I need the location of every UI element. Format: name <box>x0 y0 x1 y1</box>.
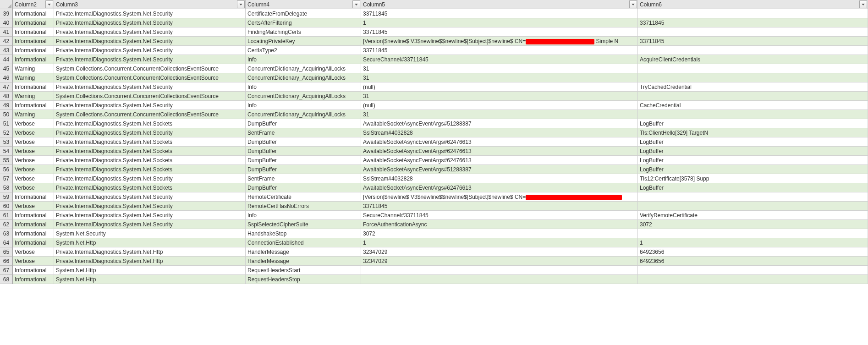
row-header[interactable]: 57 <box>0 174 13 183</box>
row-header[interactable]: 39 <box>0 9 13 18</box>
cell-c2[interactable]: Verbose <box>13 137 54 147</box>
cell-c6[interactable] <box>638 46 868 55</box>
cell-c3[interactable]: Private.InternalDiagnostics.System.Net.H… <box>54 257 246 266</box>
cell-c5[interactable]: SslStream#4032828 <box>361 128 638 137</box>
cell-c2[interactable]: Verbose <box>13 247 54 257</box>
cell-c5[interactable]: [Version]$newline$ V3$newline$$newline$[… <box>361 192 638 202</box>
cell-c2[interactable]: Warning <box>13 73 54 82</box>
cell-c6[interactable] <box>638 64 868 73</box>
cell-c6[interactable] <box>638 92 868 101</box>
column-header-c6[interactable]: Column6 <box>638 0 868 9</box>
cell-c2[interactable]: Verbose <box>13 156 54 165</box>
cell-c5[interactable]: 32347029 <box>361 247 638 257</box>
cell-c3[interactable]: Private.InternalDiagnostics.System.Net.S… <box>54 82 246 92</box>
cell-c2[interactable]: Verbose <box>13 165 54 174</box>
cell-c4[interactable]: LocatingPrivateKey <box>246 37 361 46</box>
row-header[interactable]: 65 <box>0 247 13 257</box>
cell-c6[interactable] <box>638 202 868 211</box>
cell-c5[interactable]: 3072 <box>361 229 638 238</box>
cell-c3[interactable]: System.Collections.Concurrent.Concurrent… <box>54 73 246 82</box>
cell-c4[interactable]: RequestHeadersStart <box>246 266 361 275</box>
cell-c5[interactable]: 33711845 <box>361 9 638 18</box>
row-header[interactable]: 51 <box>0 119 13 128</box>
cell-c3[interactable]: System.Net.Http <box>54 275 246 284</box>
cell-c6[interactable]: 33711845 <box>638 18 868 27</box>
cell-c2[interactable]: Informational <box>13 18 54 27</box>
cell-c6[interactable]: 64923656 <box>638 247 868 257</box>
cell-c3[interactable]: Private.InternalDiagnostics.System.Net.S… <box>54 37 246 46</box>
cell-c2[interactable]: Informational <box>13 55 54 64</box>
cell-c2[interactable]: Verbose <box>13 174 54 183</box>
row-header[interactable]: 64 <box>0 238 13 247</box>
cell-c3[interactable]: Private.InternalDiagnostics.System.Net.S… <box>54 220 246 229</box>
cell-c3[interactable]: System.Collections.Concurrent.Concurrent… <box>54 64 246 73</box>
cell-c6[interactable]: LogBuffer <box>638 156 868 165</box>
cell-c6[interactable]: 1 <box>638 238 868 247</box>
row-header[interactable]: 63 <box>0 229 13 238</box>
cell-c4[interactable]: FindingMatchingCerts <box>246 27 361 37</box>
row-header[interactable]: 60 <box>0 202 13 211</box>
cell-c6[interactable] <box>638 27 868 37</box>
cell-c3[interactable]: Private.InternalDiagnostics.System.Net.S… <box>54 183 246 192</box>
row-header[interactable]: 49 <box>0 101 13 110</box>
cell-c2[interactable]: Warning <box>13 64 54 73</box>
cell-c5[interactable]: 31 <box>361 64 638 73</box>
cell-c5[interactable]: SecureChannel#33711845 <box>361 211 638 220</box>
filter-dropdown-icon[interactable] <box>629 0 637 8</box>
cell-c3[interactable]: Private.InternalDiagnostics.System.Net.S… <box>54 137 246 147</box>
cell-c4[interactable]: HandlerMessage <box>246 257 361 266</box>
row-header[interactable]: 58 <box>0 183 13 192</box>
cell-c3[interactable]: System.Net.Http <box>54 266 246 275</box>
cell-c2[interactable]: Warning <box>13 110 54 119</box>
cell-c3[interactable]: Private.InternalDiagnostics.System.Net.S… <box>54 147 246 156</box>
cell-c2[interactable]: Verbose <box>13 119 54 128</box>
cell-c5[interactable]: AwaitableSocketAsyncEventArgs#51288387 <box>361 165 638 174</box>
cell-c5[interactable]: 1 <box>361 18 638 27</box>
cell-c6[interactable]: LogBuffer <box>638 147 868 156</box>
cell-c6[interactable]: 33711845 <box>638 37 868 46</box>
cell-c5[interactable]: ForceAuthenticationAsync <box>361 220 638 229</box>
cell-c3[interactable]: Private.InternalDiagnostics.System.Net.S… <box>54 165 246 174</box>
row-header[interactable]: 61 <box>0 211 13 220</box>
cell-c6[interactable]: LogBuffer <box>638 119 868 128</box>
cell-c3[interactable]: Private.InternalDiagnostics.System.Net.S… <box>54 211 246 220</box>
cell-c4[interactable]: SentFrame <box>246 174 361 183</box>
cell-c4[interactable]: ConcurrentDictionary_AcquiringAllLocks <box>246 73 361 82</box>
cell-c5[interactable] <box>361 275 638 284</box>
cell-c5[interactable]: [Version]$newline$ V3$newline$$newline$[… <box>361 37 638 46</box>
cell-c3[interactable]: Private.InternalDiagnostics.System.Net.S… <box>54 46 246 55</box>
filter-dropdown-icon[interactable] <box>237 0 245 8</box>
cell-c4[interactable]: DumpBuffer <box>246 147 361 156</box>
row-header[interactable]: 52 <box>0 128 13 137</box>
cell-c6[interactable]: Tls12:Certificate[3578] Supp <box>638 174 868 183</box>
cell-c6[interactable]: TryCachedCredential <box>638 82 868 92</box>
row-header[interactable]: 40 <box>0 18 13 27</box>
row-header[interactable]: 68 <box>0 275 13 284</box>
row-header[interactable]: 66 <box>0 257 13 266</box>
cell-c3[interactable]: Private.InternalDiagnostics.System.Net.S… <box>54 156 246 165</box>
cell-c5[interactable]: AwaitableSocketAsyncEventArgs#62476613 <box>361 137 638 147</box>
row-header[interactable]: 45 <box>0 64 13 73</box>
cell-c4[interactable]: CertIsType2 <box>246 46 361 55</box>
cell-c4[interactable]: HandshakeStop <box>246 229 361 238</box>
cell-c3[interactable]: Private.InternalDiagnostics.System.Net.S… <box>54 192 246 202</box>
cell-c4[interactable]: SspiSelectedCipherSuite <box>246 220 361 229</box>
cell-c4[interactable]: CertificateFromDelegate <box>246 9 361 18</box>
cell-c5[interactable]: 1 <box>361 238 638 247</box>
cell-c3[interactable]: Private.InternalDiagnostics.System.Net.S… <box>54 55 246 64</box>
cell-c4[interactable]: ConnectionEstablished <box>246 238 361 247</box>
cell-c2[interactable]: Verbose <box>13 147 54 156</box>
cell-c4[interactable]: HandlerMessage <box>246 247 361 257</box>
cell-c4[interactable]: Info <box>246 55 361 64</box>
cell-c6[interactable]: 64923656 <box>638 257 868 266</box>
cell-c5[interactable]: (null) <box>361 101 638 110</box>
cell-c2[interactable]: Verbose <box>13 257 54 266</box>
cell-c2[interactable]: Informational <box>13 211 54 220</box>
row-header[interactable]: 53 <box>0 137 13 147</box>
cell-c5[interactable]: 33711845 <box>361 46 638 55</box>
cell-c4[interactable]: RemoteCertHasNoErrors <box>246 202 361 211</box>
cell-c5[interactable]: AwaitableSocketAsyncEventArgs#51288387 <box>361 119 638 128</box>
row-header[interactable]: 44 <box>0 55 13 64</box>
cell-c2[interactable]: Informational <box>13 220 54 229</box>
column-header-c2[interactable]: Column2 <box>13 0 54 9</box>
